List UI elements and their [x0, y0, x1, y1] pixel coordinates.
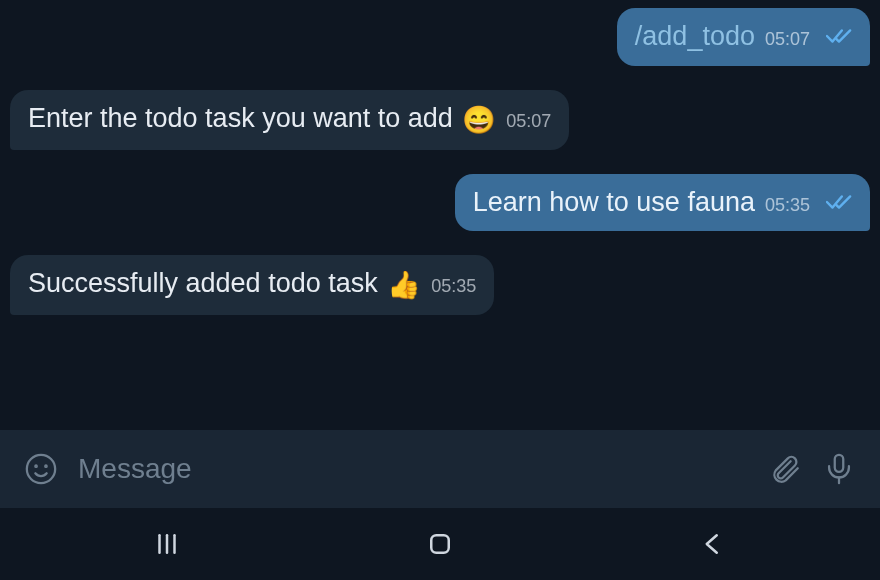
outgoing-bubble[interactable]: Learn how to use fauna 05:35	[455, 174, 870, 232]
message-time: 05:07	[765, 29, 810, 50]
svg-point-0	[27, 455, 55, 483]
message-row: /add_todo 05:07	[0, 8, 880, 66]
incoming-bubble[interactable]: Successfully added todo task 👍 05:35	[10, 255, 494, 315]
svg-rect-3	[835, 455, 844, 472]
message-text: Learn how to use fauna	[473, 186, 755, 220]
message-input[interactable]: Message	[78, 453, 748, 485]
message-row: Learn how to use fauna 05:35	[0, 174, 880, 232]
microphone-icon[interactable]	[822, 452, 856, 486]
message-text: Enter the todo task you want to add 😄	[28, 102, 496, 138]
message-time: 05:35	[765, 195, 810, 216]
outgoing-bubble[interactable]: /add_todo 05:07	[617, 8, 870, 66]
back-button[interactable]	[653, 508, 773, 580]
message-text: Successfully added todo task 👍	[28, 267, 421, 303]
message-row: Enter the todo task you want to add 😄 05…	[0, 90, 880, 150]
attach-icon[interactable]	[768, 452, 802, 486]
thumbs-up-emoji-icon: 👍	[387, 270, 421, 300]
message-text: /add_todo	[635, 20, 755, 54]
read-check-icon	[826, 27, 852, 45]
grin-emoji-icon: 😄	[462, 105, 496, 135]
recents-button[interactable]	[107, 508, 227, 580]
read-check-icon	[826, 193, 852, 211]
svg-point-2	[45, 465, 46, 466]
message-row: Successfully added todo task 👍 05:35	[0, 255, 880, 315]
message-input-bar: Message	[0, 430, 880, 508]
chat-area[interactable]: /add_todo 05:07 Enter the todo task you …	[0, 0, 880, 430]
message-time: 05:07	[506, 111, 551, 132]
svg-point-1	[35, 465, 36, 466]
incoming-bubble[interactable]: Enter the todo task you want to add 😄 05…	[10, 90, 569, 150]
home-button[interactable]	[380, 508, 500, 580]
android-nav-bar	[0, 508, 880, 580]
emoji-picker-icon[interactable]	[24, 452, 58, 486]
message-time: 05:35	[431, 276, 476, 297]
svg-rect-8	[431, 535, 449, 553]
